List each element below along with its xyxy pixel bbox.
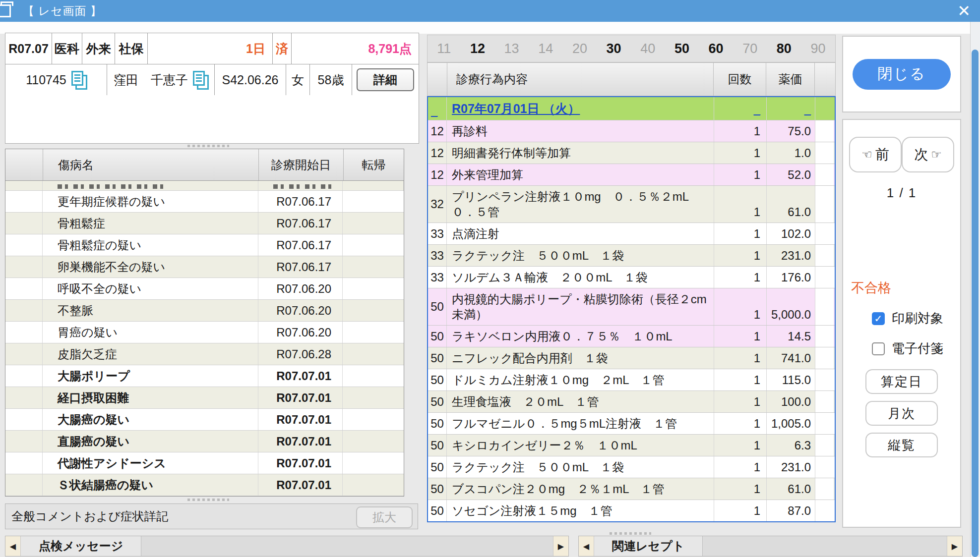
prev-button[interactable]: ☜ 前: [849, 137, 902, 172]
disease-row[interactable]: Ｓ状結腸癌の疑いR07.07.01: [5, 474, 404, 496]
treatment-price: 61.0: [767, 478, 815, 500]
treatment-tab-11[interactable]: 11: [437, 41, 451, 56]
disease-row[interactable]: 卵巣機能不全の疑いR07.06.17: [5, 256, 404, 278]
treatment-row[interactable]: 33点滴注射1102.0: [428, 223, 835, 245]
close-button[interactable]: 閉じる: [853, 59, 951, 90]
disease-row[interactable]: 不整脈R07.06.20: [5, 300, 404, 322]
treatment-row[interactable]: 50ブスコパン注２０mg ２％１mL １管161.0: [428, 478, 835, 500]
treatment-tab-30[interactable]: 30: [607, 41, 621, 56]
treatment-row[interactable]: 12再診料175.0: [428, 120, 835, 142]
disease-row[interactable]: 直腸癌の疑いR07.07.01: [5, 431, 404, 452]
treatment-row[interactable]: 50ニフレック配合内用剤 １袋1741.0: [428, 347, 835, 369]
treatment-text: 明細書発行体制等加算: [447, 142, 714, 164]
treatment-tab-14[interactable]: 14: [538, 41, 553, 56]
disease-row[interactable]: 大腸癌の疑いR07.07.01: [5, 409, 404, 431]
treatment-row[interactable]: 50生理食塩液 ２０mL １管1100.0: [428, 391, 835, 413]
print-options: ✓印刷対象電子付箋: [843, 310, 960, 357]
disease-row[interactable]: [5, 181, 404, 191]
action-button[interactable]: 算定日: [865, 369, 938, 394]
patient-name: 窪田 千恵子: [114, 72, 188, 88]
disease-name: 更年期症候群の疑い: [43, 191, 258, 212]
treatment-tab-50[interactable]: 50: [674, 41, 689, 56]
treatment-tab-12[interactable]: 12: [470, 41, 485, 56]
treatment-text: 生理食塩液 ２０mL １管: [447, 391, 714, 412]
checkbox-icon[interactable]: ✓: [872, 312, 885, 325]
disease-row[interactable]: 皮脂欠乏症R07.06.28: [5, 343, 404, 365]
checkbox-icon[interactable]: [872, 342, 885, 355]
treatment-tab-20[interactable]: 20: [572, 41, 587, 56]
treatment-row[interactable]: 33ソルデム３Ａ輸液 ２００mL １袋1176.0: [428, 267, 835, 288]
expand-button[interactable]: 拡大: [356, 506, 413, 528]
vertical-scrollbar-thumb[interactable]: [972, 50, 979, 557]
treatment-row[interactable]: 33ラクテック注 ５００mL １袋1231.0: [428, 245, 835, 267]
disease-row[interactable]: 経口摂取困難R07.07.01: [5, 387, 404, 409]
treatment-row[interactable]: 32プリンペラン注射液１０mg ０．５％２mL ０．５管161.0: [428, 186, 835, 223]
disease-row-gutter: [5, 213, 43, 234]
treatment-row[interactable]: 12外来管理加算152.0: [428, 164, 835, 186]
disease-outcome: [343, 409, 404, 430]
outcome-header: 転帰: [344, 149, 404, 180]
treatment-tab-60[interactable]: 60: [709, 41, 724, 56]
treatment-count: 1: [714, 369, 767, 390]
next-button[interactable]: 次 ☞: [902, 137, 954, 172]
splitter-handle[interactable]: [187, 499, 229, 501]
copy-documents-icon[interactable]: [193, 71, 208, 89]
treatment-row[interactable]: 50フルマゼニル０．５mg５mL注射液 １管11,005.0: [428, 413, 835, 435]
scroll-right-icon[interactable]: ▶: [947, 536, 962, 556]
checkbox-unchecked[interactable]: 電子付箋: [872, 340, 960, 357]
disease-row[interactable]: 代謝性アシドーシスR07.07.01: [5, 452, 404, 474]
treatment-code: 50: [428, 456, 447, 478]
action-button[interactable]: 月次: [865, 401, 938, 426]
treatment-date-row[interactable]: _R07年07月01日 （火）__: [428, 97, 835, 120]
treatment-table-header: 診療行為内容 回数 薬価: [427, 62, 836, 96]
window-restore-icon[interactable]: [0, 4, 11, 17]
comment-section: 全般コメントおよび症状詳記 拡大: [5, 503, 418, 529]
close-icon[interactable]: ✕: [957, 1, 971, 21]
treatment-row[interactable]: 50キシロカインゼリー２％ １０mL16.3: [428, 435, 835, 456]
treatment-row[interactable]: 50ソセゴン注射液１５mg １管187.0: [428, 500, 835, 521]
treatment-code: 12: [428, 142, 447, 164]
disease-outcome: [343, 213, 404, 234]
row-scroll-gutter: [815, 478, 834, 500]
checkbox-checked[interactable]: ✓印刷対象: [872, 310, 960, 327]
treatment-tab-40[interactable]: 40: [640, 41, 655, 56]
disease-outcome: [343, 474, 404, 496]
treatment-code: 50: [428, 347, 447, 369]
treatment-count: 1: [714, 245, 767, 266]
disease-row[interactable]: 更年期症候群の疑いR07.06.17: [5, 191, 404, 213]
treatment-row[interactable]: 50ラクテック注 ５００mL １袋1231.0: [428, 456, 835, 478]
patient-info-box: R07.07 医科 外来 社保 1日 済 8,791点 110745 窪田 千恵…: [5, 33, 419, 144]
treatment-tab-13[interactable]: 13: [504, 41, 519, 56]
splitter-handle[interactable]: [610, 532, 651, 535]
tab-related-receipts[interactable]: 関連レセプト: [594, 536, 703, 556]
copy-documents-icon[interactable]: [71, 71, 86, 89]
disease-row[interactable]: 大腸ポリープR07.07.01: [5, 365, 404, 387]
treatment-text: ラクテック注 ５００mL １袋: [447, 456, 714, 478]
scroll-left-icon[interactable]: ◀: [579, 536, 594, 556]
disease-row[interactable]: 胃癌の疑いR07.06.20: [5, 322, 404, 343]
treatment-tab-70[interactable]: 70: [742, 41, 757, 56]
disease-row[interactable]: 骨粗鬆症の疑いR07.06.17: [5, 234, 404, 256]
tab-check-messages[interactable]: 点検メッセージ: [21, 536, 141, 556]
scroll-right-icon[interactable]: ▶: [553, 536, 568, 556]
treatment-price: 741.0: [767, 347, 815, 369]
disease-start-date: R07.07.01: [258, 452, 343, 474]
detail-button[interactable]: 詳細: [357, 68, 414, 91]
action-button[interactable]: 縦覧: [865, 433, 938, 457]
hand-left-icon: ☜: [861, 148, 872, 162]
splitter-handle[interactable]: [187, 145, 229, 147]
treatment-row[interactable]: 50内視鏡的大腸ポリープ・粘膜切除術（長径２cm未満）15,000.0: [428, 288, 835, 326]
treatment-price: 176.0: [767, 267, 815, 288]
treatment-row[interactable]: 12明細書発行体制等加算11.0: [428, 142, 835, 164]
disease-name: 経口摂取困難: [43, 387, 258, 408]
treatment-tab-80[interactable]: 80: [777, 41, 792, 56]
treatment-tab-90[interactable]: 90: [811, 41, 826, 56]
treatment-header-spacer: [815, 63, 835, 96]
treatment-date-link[interactable]: R07年07月01日 （火）: [452, 101, 580, 116]
disease-row[interactable]: 骨粗鬆症R07.06.17: [5, 213, 404, 234]
date-row-mark: _: [431, 104, 437, 118]
treatment-row[interactable]: 50ラキソベロン内用液０．７５％ １０mL114.5: [428, 326, 835, 347]
treatment-row[interactable]: 50ドルミカム注射液１０mg ２mL １管1115.0: [428, 369, 835, 391]
disease-row[interactable]: 呼吸不全の疑いR07.06.20: [5, 278, 404, 300]
scroll-left-icon[interactable]: ◀: [5, 536, 21, 556]
